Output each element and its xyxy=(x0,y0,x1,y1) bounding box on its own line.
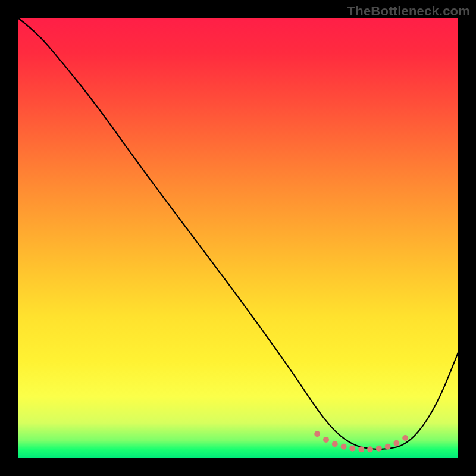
marker-dot xyxy=(323,437,329,443)
marker-dot xyxy=(341,444,347,450)
marker-dot xyxy=(376,446,382,452)
marker-dot xyxy=(393,440,399,446)
marker-dot xyxy=(314,431,320,437)
curve-svg xyxy=(18,18,458,458)
bottleneck-curve xyxy=(18,18,458,449)
marker-dot xyxy=(385,444,391,450)
chart-frame: TheBottleneck.com xyxy=(0,0,476,476)
marker-dot xyxy=(367,446,373,452)
marker-dot xyxy=(402,435,408,441)
watermark-text: TheBottleneck.com xyxy=(347,4,470,19)
marker-dots xyxy=(314,431,408,452)
marker-dot xyxy=(349,446,355,452)
plot-area xyxy=(18,18,458,458)
marker-dot xyxy=(332,441,338,447)
marker-dot xyxy=(358,446,364,452)
